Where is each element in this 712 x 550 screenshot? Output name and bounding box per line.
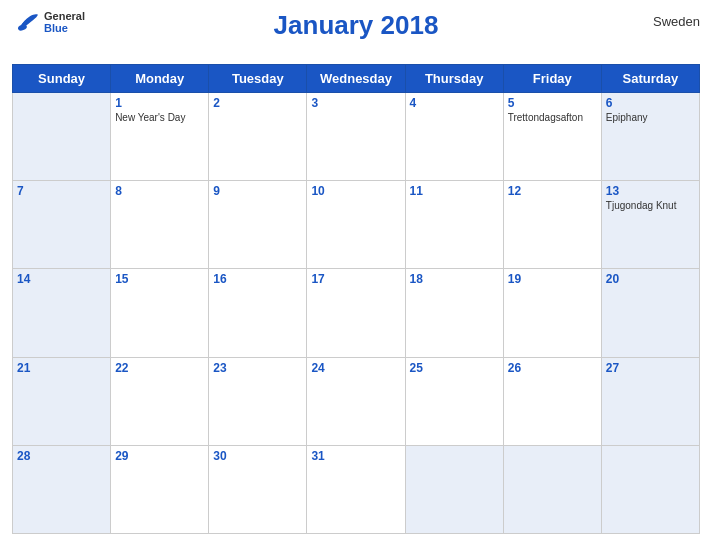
day-cell: 2 <box>209 93 307 181</box>
day-number: 18 <box>410 272 499 286</box>
header-sunday: Sunday <box>13 65 111 93</box>
day-number: 20 <box>606 272 695 286</box>
day-cell: 15 <box>111 269 209 357</box>
day-cell: 23 <box>209 357 307 445</box>
day-number: 26 <box>508 361 597 375</box>
holiday-label: Epiphany <box>606 112 695 124</box>
day-cell: 29 <box>111 445 209 533</box>
day-cell: 14 <box>13 269 111 357</box>
day-number: 19 <box>508 272 597 286</box>
day-cell: 26 <box>503 357 601 445</box>
header-monday: Monday <box>111 65 209 93</box>
day-cell: 24 <box>307 357 405 445</box>
calendar-table: Sunday Monday Tuesday Wednesday Thursday… <box>12 64 700 534</box>
day-cell: 25 <box>405 357 503 445</box>
day-number: 4 <box>410 96 499 110</box>
header-thursday: Thursday <box>405 65 503 93</box>
day-cell: 10 <box>307 181 405 269</box>
day-number: 27 <box>606 361 695 375</box>
day-cell: 8 <box>111 181 209 269</box>
header-friday: Friday <box>503 65 601 93</box>
day-cell <box>13 93 111 181</box>
day-cell: 19 <box>503 269 601 357</box>
day-number: 30 <box>213 449 302 463</box>
day-cell: 5Trettondagsafton <box>503 93 601 181</box>
day-cell: 16 <box>209 269 307 357</box>
day-cell: 22 <box>111 357 209 445</box>
day-cell: 7 <box>13 181 111 269</box>
month-title: January 2018 <box>274 10 439 41</box>
header-wednesday: Wednesday <box>307 65 405 93</box>
day-number: 16 <box>213 272 302 286</box>
day-number: 22 <box>115 361 204 375</box>
day-cell: 11 <box>405 181 503 269</box>
day-number: 8 <box>115 184 204 198</box>
calendar-header: General Blue January 2018 Sweden <box>12 10 700 60</box>
day-cell: 3 <box>307 93 405 181</box>
bird-icon <box>12 11 42 33</box>
logo-general-text: General <box>44 10 85 22</box>
day-cell: 6Epiphany <box>601 93 699 181</box>
day-cell: 18 <box>405 269 503 357</box>
day-number: 2 <box>213 96 302 110</box>
weekday-header-row: Sunday Monday Tuesday Wednesday Thursday… <box>13 65 700 93</box>
day-number: 17 <box>311 272 400 286</box>
day-number: 7 <box>17 184 106 198</box>
week-row-3: 14151617181920 <box>13 269 700 357</box>
holiday-label: Tjugondag Knut <box>606 200 695 212</box>
holiday-label: Trettondagsafton <box>508 112 597 124</box>
day-cell: 30 <box>209 445 307 533</box>
week-row-1: 1New Year's Day2345Trettondagsafton6Epip… <box>13 93 700 181</box>
day-cell: 28 <box>13 445 111 533</box>
day-number: 3 <box>311 96 400 110</box>
day-number: 6 <box>606 96 695 110</box>
week-row-5: 28293031 <box>13 445 700 533</box>
day-number: 12 <box>508 184 597 198</box>
day-number: 31 <box>311 449 400 463</box>
header-tuesday: Tuesday <box>209 65 307 93</box>
holiday-label: New Year's Day <box>115 112 204 124</box>
day-cell: 9 <box>209 181 307 269</box>
day-number: 5 <box>508 96 597 110</box>
day-cell: 31 <box>307 445 405 533</box>
day-cell: 12 <box>503 181 601 269</box>
day-number: 10 <box>311 184 400 198</box>
day-cell <box>405 445 503 533</box>
day-cell: 20 <box>601 269 699 357</box>
day-number: 1 <box>115 96 204 110</box>
day-cell <box>503 445 601 533</box>
day-number: 13 <box>606 184 695 198</box>
country-label: Sweden <box>653 14 700 29</box>
header-saturday: Saturday <box>601 65 699 93</box>
logo: General Blue <box>12 10 85 34</box>
day-number: 29 <box>115 449 204 463</box>
day-cell: 17 <box>307 269 405 357</box>
calendar-wrapper: General Blue January 2018 Sweden Sunday … <box>0 0 712 550</box>
day-cell: 27 <box>601 357 699 445</box>
day-cell: 21 <box>13 357 111 445</box>
day-number: 23 <box>213 361 302 375</box>
day-cell: 4 <box>405 93 503 181</box>
week-row-4: 21222324252627 <box>13 357 700 445</box>
day-number: 25 <box>410 361 499 375</box>
day-number: 24 <box>311 361 400 375</box>
day-cell: 1New Year's Day <box>111 93 209 181</box>
day-cell <box>601 445 699 533</box>
day-cell: 13Tjugondag Knut <box>601 181 699 269</box>
day-number: 11 <box>410 184 499 198</box>
week-row-2: 78910111213Tjugondag Knut <box>13 181 700 269</box>
day-number: 15 <box>115 272 204 286</box>
day-number: 14 <box>17 272 106 286</box>
day-number: 21 <box>17 361 106 375</box>
logo-blue-text: Blue <box>44 22 85 34</box>
day-number: 28 <box>17 449 106 463</box>
day-number: 9 <box>213 184 302 198</box>
